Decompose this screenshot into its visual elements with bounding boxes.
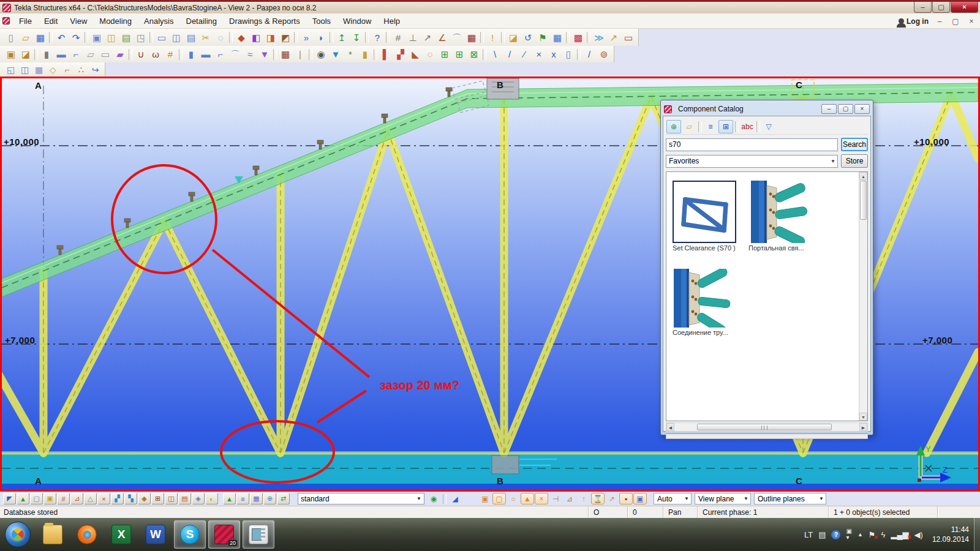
bolt-icon[interactable]: ∪ <box>134 48 148 61</box>
menu-file[interactable]: File <box>13 15 38 28</box>
open-icon[interactable]: ▱ <box>18 31 33 44</box>
check-model-icon[interactable]: ∴ <box>74 64 88 75</box>
steel-poly-icon[interactable]: ⌐ <box>213 48 228 61</box>
grab-icon[interactable]: ⌐ <box>60 64 74 75</box>
report-icon[interactable]: ▤ <box>119 31 134 44</box>
volume-icon[interactable]: ◀) <box>914 531 923 539</box>
point-a-icon[interactable]: ▌ <box>379 48 393 61</box>
taskbar-viewer[interactable] <box>243 520 274 549</box>
help-icon[interactable]: ? <box>831 530 840 539</box>
taskbar-tekla[interactable]: 20 <box>208 520 240 549</box>
export-icon[interactable]: ↗ <box>606 31 621 44</box>
power-icon[interactable]: ϟ <box>881 531 886 539</box>
taskbar-explorer[interactable] <box>37 520 69 549</box>
select-surface-switch[interactable]: ⊿ <box>70 493 83 504</box>
render-icon[interactable]: ▣ <box>478 493 492 504</box>
snap-box-icon[interactable]: ▯ <box>561 48 576 61</box>
window-cascade-icon[interactable]: ◱ <box>4 64 18 75</box>
paste-icon[interactable]: ◫ <box>104 31 119 44</box>
menu-edit[interactable]: Edit <box>38 15 64 28</box>
globe-icon[interactable]: ◉ <box>427 493 440 504</box>
grid-tool-icon[interactable]: # <box>391 31 405 44</box>
taskbar-word[interactable]: W <box>140 520 172 549</box>
weld-icon[interactable]: # <box>163 48 178 61</box>
selection-filter-select[interactable]: standard ▼ <box>298 493 424 504</box>
cut-icon[interactable]: ✂ <box>198 31 213 44</box>
grid-icon[interactable]: ▦ <box>278 48 293 61</box>
exit-view-icon[interactable]: ↪ <box>88 64 102 75</box>
panel-icon[interactable]: ▰ <box>113 48 127 61</box>
select-filter-d-switch[interactable]: ⊕ <box>263 493 276 504</box>
clash-check-icon[interactable]: ▼ <box>328 48 343 61</box>
select-weld-switch[interactable]: ⊞ <box>151 493 164 504</box>
select-filter-c-switch[interactable]: ▦ <box>250 493 263 504</box>
vertical-scrollbar[interactable]: ▲ ▼ <box>859 172 867 421</box>
show-hidden-icons[interactable]: ▲ <box>858 532 863 538</box>
area-select-icon[interactable]: ◌ <box>213 31 228 44</box>
maximize-button[interactable]: ▢ <box>932 2 950 13</box>
scroll-down-icon[interactable]: ▼ <box>859 413 867 421</box>
taskbar-firefox[interactable] <box>71 520 103 549</box>
network-icon[interactable]: ▂▄▆× <box>891 531 908 539</box>
measure-icon[interactable]: ↗ <box>420 31 435 44</box>
circle-tool-icon[interactable]: ◌ <box>423 48 437 61</box>
menu-view[interactable]: View <box>64 15 93 28</box>
copy-objects-icon[interactable]: ◪ <box>506 31 521 44</box>
undo-icon[interactable]: ↶ <box>54 31 69 44</box>
new-icon[interactable]: ▯ <box>4 31 18 44</box>
select-part-switch[interactable]: ▣ <box>43 493 56 504</box>
select-component-switch[interactable]: ▲ <box>17 493 29 504</box>
component-item-portal-brace[interactable]: Портальная свя... <box>748 181 810 253</box>
drawing-lock-icon[interactable]: ◨ <box>263 31 278 44</box>
steel-beam-icon[interactable]: ▬ <box>198 48 213 61</box>
close-button[interactable]: × <box>951 2 978 13</box>
menu-window[interactable]: Window <box>337 15 377 28</box>
previous-icon[interactable]: ◗ <box>314 31 328 44</box>
select-filter-a-switch[interactable]: ▲ <box>223 493 236 504</box>
horizontal-scrollbar[interactable]: ◀ ▶ <box>666 422 868 432</box>
perpendicular-icon[interactable]: ⊣ <box>549 493 562 504</box>
arc-icon[interactable]: ⌒ <box>450 31 464 44</box>
select-distance-switch[interactable]: ◐ <box>205 493 218 504</box>
language-indicator[interactable]: LT <box>804 530 813 539</box>
select-all-switch[interactable]: ◤ <box>3 493 16 504</box>
component-item-set-clearance[interactable]: Set Clearance (S70 ) <box>673 181 737 253</box>
filter-icon[interactable]: ▽ <box>761 120 776 133</box>
dialog-close-button[interactable]: × <box>854 104 870 114</box>
search-input[interactable] <box>666 138 838 151</box>
schedule-icon[interactable]: ▦ <box>550 31 565 44</box>
ortho-toggle-icon[interactable]: ▢ <box>492 493 506 504</box>
curved-beam-icon[interactable]: ⌒ <box>228 48 243 61</box>
component-item-tube-joint[interactable]: Соединение тру... <box>673 269 734 337</box>
close-view-icon[interactable]: × <box>535 493 548 504</box>
master-drawing-icon[interactable]: ◩ <box>278 31 293 44</box>
component-a-icon[interactable]: ⊞ <box>437 48 452 61</box>
view-list-icon[interactable]: ▤ <box>184 31 198 44</box>
show-desktop-button[interactable] <box>974 518 980 551</box>
snap-intersection-icon[interactable]: × <box>532 48 546 61</box>
select-plane-switch[interactable]: △ <box>84 493 97 504</box>
scroll-left-icon[interactable]: ◀ <box>666 423 674 431</box>
present-icon[interactable]: ▭ <box>621 31 636 44</box>
solid-icon[interactable]: ▪ <box>619 493 633 504</box>
fetch-up-icon[interactable]: ↥ <box>334 31 349 44</box>
mdi-minimize-button[interactable]: – <box>935 17 944 26</box>
pad-icon[interactable]: ▱ <box>83 48 98 61</box>
menu-drawings-reports[interactable]: Drawings & Reports <box>223 15 306 28</box>
scroll-right-icon[interactable]: ▶ <box>859 423 867 431</box>
scroll-up-icon[interactable]: ▲ <box>859 172 867 180</box>
pointer-icon[interactable]: ◢ <box>448 493 462 504</box>
raise-icon[interactable]: ↑ <box>577 493 590 504</box>
window-grid-icon[interactable]: ▦ <box>32 64 46 75</box>
level-icon[interactable]: ⊥ <box>405 31 420 44</box>
point-b-icon[interactable]: ▞ <box>393 48 408 61</box>
component-b-icon[interactable]: ⊞ <box>452 48 467 61</box>
scrollbar-thumb[interactable] <box>860 181 867 220</box>
select-rebar-switch[interactable]: ▤ <box>178 493 191 504</box>
dialog-minimize-button[interactable]: – <box>821 104 837 114</box>
menu-help[interactable]: Help <box>377 15 406 28</box>
next-icon[interactable]: » <box>299 31 314 44</box>
snap-point-icon[interactable]: / <box>502 48 517 61</box>
package-icon[interactable]: ▱ <box>682 120 696 133</box>
component-c-icon[interactable]: ⊠ <box>467 48 481 61</box>
